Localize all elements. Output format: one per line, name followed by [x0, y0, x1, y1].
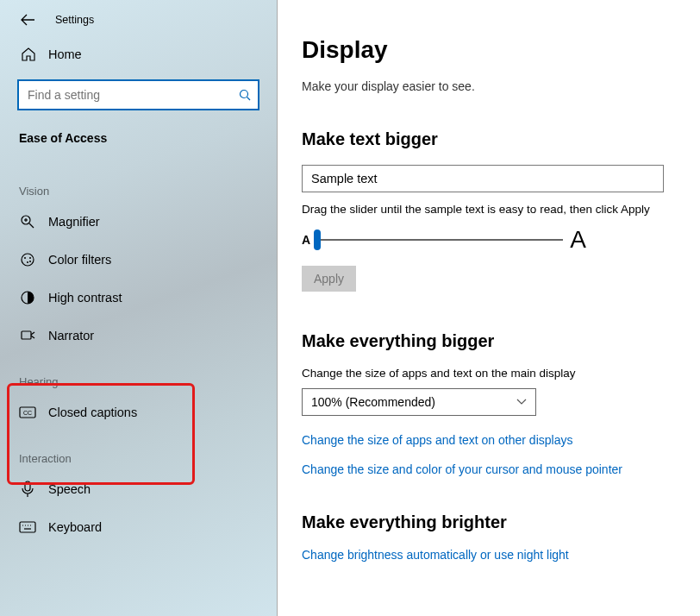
speech-icon — [19, 481, 36, 498]
scale-select-value: 100% (Recommended) — [311, 395, 435, 409]
sidebar-item-label: Closed captions — [48, 405, 137, 419]
svg-rect-12 — [22, 331, 31, 339]
home-nav[interactable]: Home — [0, 36, 277, 72]
text-size-slider[interactable]: A A — [302, 226, 586, 254]
section-heading-text: Make text bigger — [302, 129, 676, 149]
search-input[interactable] — [17, 79, 259, 110]
titlebar: Settings — [0, 10, 277, 36]
sidebar-item-closed-captions[interactable]: CC Closed captions — [0, 393, 277, 431]
keyboard-icon — [19, 519, 36, 536]
sidebar-item-magnifier[interactable]: Magnifier — [0, 203, 277, 241]
sidebar-item-color-filters[interactable]: Color filters — [0, 241, 277, 279]
category-label: Ease of Access — [0, 124, 277, 164]
home-icon — [21, 47, 36, 62]
section-heading-brighter: Make everything brighter — [302, 512, 676, 532]
sidebar-item-high-contrast[interactable]: High contrast — [0, 279, 277, 317]
chevron-down-icon — [516, 399, 527, 405]
sidebar-item-label: Magnifier — [48, 215, 100, 229]
sidebar-item-narrator[interactable]: Narrator — [0, 317, 277, 355]
back-icon[interactable] — [21, 14, 34, 26]
scale-description: Change the size of apps and text on the … — [302, 367, 676, 380]
page-subtitle: Make your display easier to see. — [302, 79, 676, 93]
sidebar-item-label: Narrator — [48, 329, 94, 343]
slider-track[interactable] — [317, 239, 563, 241]
magnifier-icon — [19, 213, 36, 230]
sidebar-item-label: Keyboard — [48, 520, 102, 534]
svg-point-6 — [22, 254, 34, 266]
narrator-icon — [19, 327, 36, 344]
group-interaction-label: Interaction — [0, 431, 277, 470]
apply-button: Apply — [302, 266, 356, 292]
link-other-displays[interactable]: Change the size of apps and text on othe… — [302, 433, 676, 447]
svg-point-8 — [29, 257, 31, 259]
search-icon — [239, 89, 251, 101]
link-night-light[interactable]: Change brightness automatically or use n… — [302, 548, 676, 562]
sidebar-item-speech[interactable]: Speech — [0, 470, 277, 508]
slider-max-label: A — [570, 226, 586, 254]
group-vision-label: Vision — [0, 164, 277, 203]
sidebar-item-label: Color filters — [48, 253, 111, 267]
sample-text-box: Sample text — [302, 165, 664, 192]
main-content: Display Make your display easier to see.… — [278, 0, 700, 616]
search-wrap — [17, 79, 259, 110]
svg-point-7 — [24, 257, 26, 259]
svg-rect-19 — [20, 522, 35, 532]
color-filters-icon — [19, 251, 36, 268]
svg-line-1 — [247, 97, 251, 101]
svg-point-9 — [27, 261, 28, 263]
svg-point-10 — [29, 261, 31, 262]
slider-description: Drag the slider until the sample text is… — [302, 203, 676, 216]
group-hearing-label: Hearing — [0, 355, 277, 393]
closed-captions-icon: CC — [19, 404, 36, 421]
svg-rect-17 — [25, 481, 30, 491]
svg-point-0 — [241, 91, 248, 98]
scale-select[interactable]: 100% (Recommended) — [302, 388, 536, 416]
home-label: Home — [48, 47, 82, 61]
svg-text:CC: CC — [23, 410, 32, 416]
high-contrast-icon — [19, 289, 36, 306]
slider-min-label: A — [302, 233, 310, 247]
slider-thumb[interactable] — [314, 229, 321, 250]
page-title: Display — [302, 36, 676, 64]
section-heading-everything: Make everything bigger — [302, 331, 676, 351]
link-cursor-pointer[interactable]: Change the size and color of your cursor… — [302, 462, 676, 476]
sidebar-item-label: Speech — [48, 482, 91, 496]
sidebar: Settings Home Ease of Access Vision Magn… — [0, 0, 278, 616]
svg-line-5 — [29, 223, 34, 228]
window-title: Settings — [55, 14, 94, 26]
sidebar-item-keyboard[interactable]: Keyboard — [0, 508, 277, 546]
sidebar-item-label: High contrast — [48, 291, 122, 305]
